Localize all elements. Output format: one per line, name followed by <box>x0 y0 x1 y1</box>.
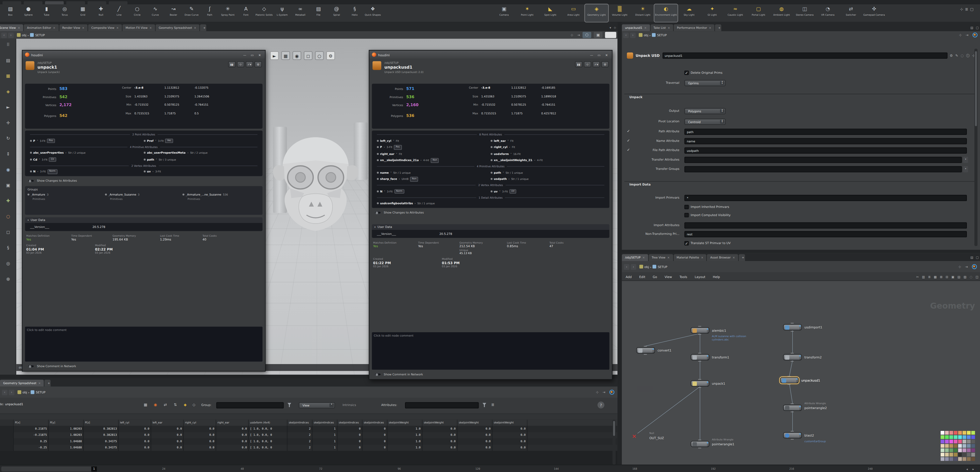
group-entry[interactable]: _Armature_...ne_Suzanne536Primitives <box>183 193 260 200</box>
jump-icon[interactable]: ⇥ <box>964 265 969 269</box>
column-header[interactable]: right_cyl <box>184 420 216 426</box>
palette-swatch[interactable] <box>971 444 975 448</box>
sheet-scrollbar-thumb[interactable] <box>613 421 615 436</box>
network-node-OUT_SUZ[interactable]: ✕OUT_SUZNull <box>628 435 697 442</box>
breadcrumb[interactable]: obj▸SETUP <box>639 265 667 269</box>
secure-selection-icon[interactable]: ▦ <box>281 51 290 60</box>
palette-swatch[interactable] <box>941 457 945 461</box>
palette-swatch[interactable] <box>971 453 975 456</box>
node-badge[interactable] <box>783 324 802 330</box>
param-field-non-transforming-pri-[interactable]: rest <box>684 231 967 237</box>
pin-icon[interactable]: ⊹ <box>960 6 963 13</box>
pane-divider-vertical[interactable] <box>617 22 622 472</box>
tab--obj-setup[interactable]: /obj/SETUP× <box>622 254 648 261</box>
palette-swatch[interactable] <box>950 440 953 443</box>
tab-render-view[interactable]: Render View× <box>59 24 88 31</box>
palette-swatch[interactable] <box>963 440 966 443</box>
attribute-item[interactable]: usdxform•16-Flt <box>491 150 604 157</box>
column-header[interactable]: left_cyl <box>119 420 151 426</box>
palette-swatch[interactable] <box>941 448 945 452</box>
menu-spinner-icon[interactable]: ▲▼ <box>720 109 724 113</box>
move-tool-icon[interactable]: ✛ <box>4 119 12 127</box>
pane-split-icon[interactable]: ▤ <box>969 254 975 261</box>
pane-float-icon[interactable]: ▢ <box>975 254 980 261</box>
tab-geometry-spreadsheet[interactable]: Geometry Spreadsheet× <box>0 380 44 387</box>
list-options-icon[interactable]: ≣ <box>491 402 494 407</box>
select-tool-icon[interactable]: ► <box>4 103 12 111</box>
show-comment-toggle[interactable] <box>374 372 381 376</box>
attribute-item[interactable]: left_ear•Flt <box>491 138 604 144</box>
palette-swatch[interactable] <box>963 435 966 439</box>
list-icon[interactable]: ≣ <box>926 274 932 278</box>
palette-swatch[interactable] <box>954 431 958 435</box>
network-node-pointwrangle2[interactable]: pointwrangle2Attribute Wrangle <box>783 405 852 412</box>
info-icon[interactable]: ⓘ <box>966 54 969 58</box>
node-display-flag-dot[interactable] <box>707 328 708 329</box>
shelf-tool-null[interactable]: ✚Null <box>92 4 110 22</box>
attributes-field[interactable] <box>405 402 479 408</box>
attribute-item[interactable]: right_cyl•Flt <box>491 144 604 150</box>
show-comment-toggle[interactable] <box>27 364 35 368</box>
shelf-tool-portal-light[interactable]: ▢Portal Light <box>747 4 770 22</box>
group-entry[interactable]: _Armature3Primitives <box>27 193 105 200</box>
shelf-set-tab[interactable] <box>66 1 85 4</box>
color-palette-icon[interactable]: ▩ <box>932 274 938 278</box>
table-row[interactable]: 0.218751.082030.3828130.00.00.00.0[ 1.0,… <box>0 426 617 432</box>
display-points-icon[interactable]: ▣ <box>4 182 12 189</box>
shelf-tool-caustic-light[interactable]: ≈Caustic Light <box>724 4 747 22</box>
param-field-transfer-groups[interactable] <box>684 166 962 172</box>
attribute-item[interactable]: right_ear•Flt <box>377 150 491 157</box>
node-badge[interactable] <box>691 380 710 386</box>
tab-close-icon[interactable]: × <box>38 380 41 387</box>
shelf-tool-font[interactable]: AFont <box>237 4 255 22</box>
menu-help[interactable]: Help <box>709 274 724 278</box>
table-row[interactable]: -0.218751.082030.3828130.00.00.00.0[ 1.0… <box>0 432 617 438</box>
palette-swatch[interactable] <box>945 448 949 452</box>
param-checkbox-delete-original-prims[interactable]: ✓ <box>684 71 688 75</box>
shelf-tool-line[interactable]: ╱Line <box>110 4 128 22</box>
node-display-flag-dot[interactable] <box>653 348 654 349</box>
palette-swatch[interactable] <box>967 457 971 461</box>
ruler-scroll-thumb[interactable] <box>1 467 96 472</box>
column-header[interactable]: skeljointIndices <box>288 420 312 426</box>
forward-button[interactable]: › <box>8 32 14 38</box>
palette-swatch[interactable] <box>958 444 962 448</box>
palette-swatch[interactable] <box>963 457 966 461</box>
palette-swatch[interactable] <box>967 453 971 456</box>
tab-close-icon[interactable]: × <box>667 254 670 261</box>
palette-swatch[interactable] <box>954 453 958 456</box>
tab-material-palette[interactable]: Material Palette× <box>673 254 706 261</box>
param-checkbox-import-inherited-primvars[interactable] <box>684 205 688 209</box>
palette-swatch[interactable] <box>967 440 971 443</box>
screen-icon[interactable]: ▢ <box>970 6 974 13</box>
shelf-set-tab[interactable] <box>45 1 64 4</box>
maximize-button[interactable]: ▭ <box>250 53 255 57</box>
param-field-transfer-attributes[interactable] <box>684 157 962 163</box>
maximize-button[interactable]: ▭ <box>597 53 602 57</box>
shelf-tool-tube[interactable]: ▮Tube <box>38 4 56 22</box>
close-button[interactable]: ✕ <box>257 53 262 57</box>
menu-spinner-icon[interactable]: ▲▼ <box>720 120 724 124</box>
attributes-filter-icon[interactable] <box>482 403 486 407</box>
params-scrollbar-thumb[interactable] <box>975 51 977 126</box>
param-field-import-attributes[interactable] <box>684 222 967 228</box>
scroll-left-icon[interactable]: ◂ <box>966 467 968 471</box>
breadcrumb[interactable]: obj▸SETUP <box>18 390 46 394</box>
shelf-tool-platonic-solids[interactable]: ◇Platonic Solids <box>255 4 273 22</box>
palette-swatch[interactable] <box>950 444 953 448</box>
help-button[interactable]: ? <box>598 402 605 409</box>
back-button[interactable]: ‹ <box>1 32 7 38</box>
snap-grid-icon[interactable]: ▦ <box>4 73 12 80</box>
node-display-flag-dot[interactable] <box>800 355 801 356</box>
shelf-tool-switcher[interactable]: ⇄Switcher <box>839 4 862 22</box>
palette-swatch[interactable] <box>963 448 966 452</box>
palette-swatch[interactable] <box>954 440 958 443</box>
shelf-tool-metaball[interactable]: ∞Metaball <box>291 4 309 22</box>
back-button[interactable]: ‹ <box>2 389 8 395</box>
palette-swatch[interactable] <box>967 448 971 452</box>
node-display-flag-dot[interactable] <box>707 355 708 356</box>
cube-view-button[interactable]: ⬡ <box>582 32 591 38</box>
radial-menu-button[interactable] <box>972 32 978 38</box>
group-field[interactable] <box>216 402 284 408</box>
shelf-tool-file[interactable]: ▤File <box>309 4 327 22</box>
